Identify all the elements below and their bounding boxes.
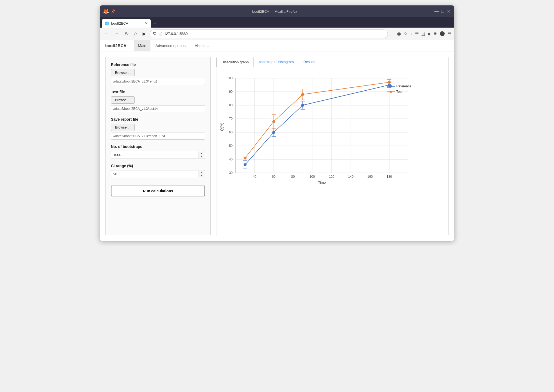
library-icon[interactable]: ☰: [415, 31, 419, 36]
menu-icon[interactable]: ☰: [448, 31, 451, 36]
tab-bar: 🌐 bootf2BCA ✕ +: [100, 17, 454, 28]
forward-button[interactable]: →: [113, 30, 121, 38]
svg-text:100: 100: [309, 175, 315, 179]
tab-dissolution-graph[interactable]: Dissolution graph: [216, 57, 254, 67]
tab-bootstrap-histogram[interactable]: bootstrap f2 histogram: [254, 57, 298, 67]
svg-point-49: [272, 131, 275, 134]
test-file-label: Test file: [111, 90, 205, 94]
account-icon[interactable]: ◆: [427, 31, 431, 36]
test-file-input[interactable]: [111, 105, 205, 112]
svg-text:120: 120: [329, 175, 334, 179]
nav-item-advanced[interactable]: Advanced options: [151, 40, 190, 51]
save-report-section: Save report file Browse ...: [111, 117, 205, 140]
test-file-section: Test file Browse ...: [111, 90, 205, 112]
new-tab-button[interactable]: +: [151, 20, 159, 27]
chart-container: 30 40 50 60 70 80 90 100 Q(%) 40 60 80 1…: [216, 67, 449, 189]
svg-text:140: 140: [348, 175, 354, 179]
bootstraps-input-wrapper: ▲ ▼: [111, 151, 205, 159]
bootstraps-input[interactable]: [111, 151, 205, 159]
app-brand: bootf2BCA: [105, 40, 131, 51]
app-nav: bootf2BCA Main Advanced options About ..…: [100, 40, 454, 51]
svg-point-50: [301, 104, 304, 107]
window-controls: — □ ✕: [434, 9, 451, 14]
svg-point-72: [390, 91, 392, 93]
browser-tab[interactable]: 🌐 bootf2BCA ✕: [102, 19, 151, 28]
svg-text:60: 60: [229, 130, 233, 134]
run-calculations-button[interactable]: Run calculations: [111, 186, 205, 196]
download-icon[interactable]: ↓: [410, 31, 412, 36]
ci-range-section: CI range (%) ▲ ▼: [111, 164, 205, 178]
bootstraps-section: No. of bootstraps ▲ ▼: [111, 144, 205, 159]
tab-favicon: 🌐: [105, 21, 109, 25]
svg-text:60: 60: [272, 175, 276, 179]
bootstraps-decrement[interactable]: ▼: [199, 155, 205, 159]
ci-range-input[interactable]: [111, 170, 205, 178]
svg-text:Test: Test: [396, 90, 403, 94]
bootstraps-increment[interactable]: ▲: [199, 151, 205, 155]
profile-icon[interactable]: ⚫: [440, 31, 445, 36]
ci-range-increment[interactable]: ▲: [199, 171, 205, 174]
pocket-icon[interactable]: ◉: [397, 31, 401, 36]
svg-text:100: 100: [227, 76, 233, 80]
security-shield-icon: 🛡: [153, 32, 157, 36]
minimize-button[interactable]: —: [434, 9, 439, 14]
right-panel: Dissolution graph bootstrap f2 histogram…: [216, 57, 449, 235]
tab-results[interactable]: Results: [299, 57, 320, 67]
page-icon: 📄: [158, 32, 163, 36]
bookmark-icon[interactable]: ☆: [404, 31, 407, 36]
save-report-label: Save report file: [111, 117, 205, 121]
nav-item-main[interactable]: Main: [134, 40, 150, 51]
reference-file-label: Reference file: [111, 62, 205, 67]
main-content: Reference file Browse ... Test file Brow…: [100, 51, 454, 241]
home-button[interactable]: ⌂: [133, 30, 139, 38]
extension-icon[interactable]: ✺: [433, 31, 437, 36]
ci-range-decrement[interactable]: ▼: [199, 174, 205, 178]
svg-text:160: 160: [367, 175, 373, 179]
svg-text:Reference: Reference: [396, 84, 411, 88]
svg-text:40: 40: [229, 157, 233, 161]
bootstraps-spinner: ▲ ▼: [199, 151, 205, 158]
more-icon[interactable]: …: [390, 31, 394, 36]
address-bar[interactable]: 🛡 📄 127.0.0.1:5880: [150, 29, 388, 38]
back-button[interactable]: ←: [103, 30, 111, 38]
svg-text:50: 50: [229, 144, 233, 148]
save-report-input[interactable]: [111, 133, 205, 140]
cursor-icon: ▶: [141, 30, 147, 37]
nav-item-about[interactable]: About ...: [191, 40, 213, 51]
address-text: 127.0.0.1:5880: [164, 32, 384, 36]
save-browse-button[interactable]: Browse ...: [111, 124, 135, 131]
sidebar-icon[interactable]: ◿: [421, 31, 425, 36]
dissolution-chart: 30 40 50 60 70 80 90 100 Q(%) 40 60 80 1…: [219, 73, 425, 186]
svg-text:30: 30: [229, 171, 233, 175]
reference-browse-button[interactable]: Browse ...: [111, 69, 135, 76]
svg-text:70: 70: [229, 117, 233, 121]
browser-window: 🦊 📌 bootf2BCA — Mozilla Firefox — □ ✕ 🌐 …: [100, 5, 454, 241]
toolbar: ← → ↻ ⌂ ▶ 🛡 📄 127.0.0.1:5880 … ◉ ☆ ↓ ☰ ◿…: [100, 28, 454, 40]
close-button[interactable]: ✕: [446, 9, 451, 14]
reference-file-input[interactable]: [111, 78, 205, 85]
ci-range-label: CI range (%): [111, 164, 205, 168]
chart-tabs: Dissolution graph bootstrap f2 histogram…: [216, 57, 449, 67]
svg-text:80: 80: [229, 103, 233, 107]
reference-file-section: Reference file Browse ...: [111, 62, 205, 85]
svg-point-64: [244, 157, 246, 159]
firefox-logo: 🦊: [103, 8, 109, 14]
svg-text:180: 180: [387, 175, 392, 179]
reload-button[interactable]: ↻: [123, 30, 130, 38]
test-browse-button[interactable]: Browse ...: [111, 96, 135, 104]
svg-text:80: 80: [291, 175, 295, 179]
toolbar-right-icons: … ◉ ☆ ↓ ☰ ◿ ◆ ✺ ⚫ ☰: [390, 31, 451, 36]
browser-icons: 🦊 📌: [103, 8, 115, 14]
window-title: bootf2BCA — Mozilla Firefox: [117, 9, 432, 14]
svg-text:Q(%): Q(%): [220, 123, 224, 131]
ci-range-spinner: ▲ ▼: [199, 171, 205, 177]
tab-label: bootf2BCA: [111, 21, 128, 25]
svg-point-48: [244, 163, 246, 166]
svg-point-67: [388, 81, 391, 84]
svg-point-66: [301, 93, 304, 96]
svg-text:40: 40: [253, 175, 256, 179]
tab-close-button[interactable]: ✕: [145, 21, 148, 25]
maximize-button[interactable]: □: [440, 9, 445, 14]
title-bar: 🦊 📌 bootf2BCA — Mozilla Firefox — □ ✕: [100, 5, 454, 17]
svg-point-65: [272, 120, 275, 123]
